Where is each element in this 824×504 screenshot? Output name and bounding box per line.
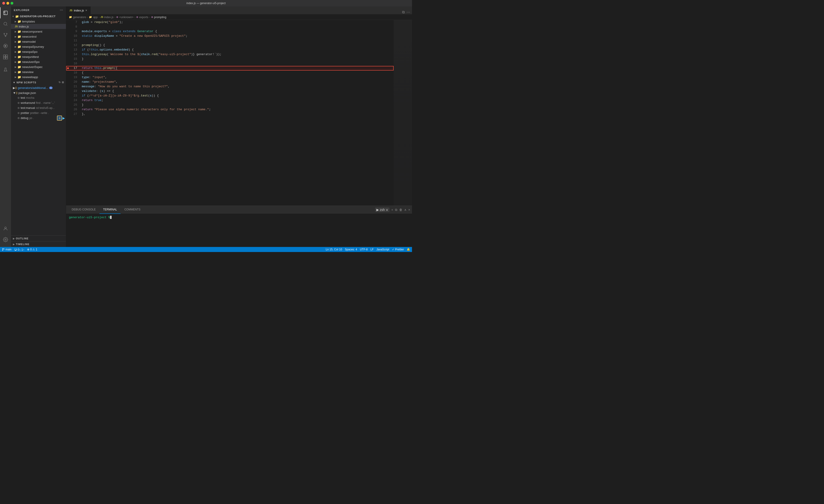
sidebar-item-index-js[interactable]: JS index.js bbox=[11, 24, 66, 29]
panel: DEBUG CONSOLE TERMINAL COMMENTS ▶ zsh ∨ … bbox=[66, 206, 412, 247]
npm-run-icon[interactable]: ▶ bbox=[63, 116, 65, 120]
project-root[interactable]: ▼ 📁 GENERATOR-UI5-PROJECT bbox=[11, 14, 66, 19]
explorer-icon[interactable] bbox=[0, 7, 11, 18]
close-button[interactable] bbox=[2, 2, 5, 5]
activity-bar-bottom bbox=[0, 223, 11, 247]
new-file-icon[interactable]: ⋯ bbox=[60, 8, 63, 12]
sidebar-item-newopa5journey[interactable]: ▶ 📁 newopa5journey bbox=[11, 44, 66, 49]
code-line-8: 8 bbox=[66, 24, 394, 29]
encoding-indicator[interactable]: UTF-8 bbox=[360, 248, 368, 251]
outline-header[interactable]: ▶ OUTLINE bbox=[11, 236, 66, 241]
trash-icon[interactable]: 🗑 bbox=[399, 208, 402, 212]
npm-item-prettier[interactable]: ⚙ prettier prettier --write . bbox=[11, 110, 66, 115]
tab-index-js[interactable]: JS index.js × bbox=[66, 6, 91, 14]
settings-icon[interactable] bbox=[0, 234, 11, 245]
add-terminal-icon[interactable]: + bbox=[391, 208, 393, 212]
minimize-button[interactable] bbox=[6, 2, 9, 5]
templates-caret: ▶ bbox=[15, 20, 16, 23]
formatter-status[interactable]: ✓ Prettier bbox=[392, 248, 404, 251]
project-folder-icon: 📁 bbox=[15, 15, 19, 18]
sync-status[interactable]: 0↓ 1↑ bbox=[14, 248, 24, 251]
explorer-actions: ⋯ bbox=[60, 8, 63, 12]
sidebar-item-templates[interactable]: ▶ 📁 templates bbox=[11, 19, 66, 24]
tab-comments[interactable]: COMMENTS bbox=[121, 206, 144, 214]
sidebar-item-newqunittest[interactable]: ▶ 📁 newqunittest bbox=[11, 54, 66, 59]
templates-folder-icon: 📁 bbox=[17, 20, 21, 23]
npm-scripts-header[interactable]: ▼ NPM SCRIPTS ↻ ⊞ bbox=[11, 80, 66, 85]
outline-caret: ▶ bbox=[13, 237, 15, 240]
breadcrumb-generators[interactable]: generators bbox=[73, 16, 86, 19]
spaces-indicator[interactable]: Spaces: 4 bbox=[345, 248, 357, 251]
shell-type: zsh bbox=[380, 208, 385, 212]
testing-icon[interactable] bbox=[0, 64, 11, 75]
npm-config-icon[interactable]: ⊞ bbox=[62, 81, 64, 84]
npm-item-debug[interactable]: ⚙ debug yo . ⚙ ▶ bbox=[11, 115, 66, 121]
line-ending-indicator[interactable]: LF bbox=[371, 248, 374, 251]
timeline-section: ▶ TIMELINE bbox=[11, 241, 66, 247]
code-line-23: 23 if (/^\d*[a-zA-Z][a-zA-Z0-9]*$/g.test… bbox=[66, 94, 394, 98]
npm-test-cmd: mocha bbox=[26, 96, 34, 99]
error-count[interactable]: ⊗ 0 ⚠ 1 bbox=[27, 248, 37, 251]
npm-refresh-icon[interactable]: ↻ bbox=[59, 81, 61, 84]
tab-label: index.js bbox=[74, 9, 84, 12]
tab-terminal[interactable]: TERMINAL bbox=[99, 206, 121, 214]
explorer-title: EXPLORER bbox=[14, 9, 30, 11]
breadcrumb-exports[interactable]: exports bbox=[139, 16, 148, 19]
svg-rect-0 bbox=[4, 11, 8, 15]
cursor-position[interactable]: Ln 15, Col 10 bbox=[326, 248, 342, 251]
sidebar-item-newmodel[interactable]: ▶ 📁 newmodel bbox=[11, 39, 66, 44]
npm-item-workaround[interactable]: ⚙ workaround find . -name '...' bbox=[11, 100, 66, 105]
newcontrol-folder-icon: 📁 bbox=[17, 35, 21, 38]
maximize-button[interactable] bbox=[11, 2, 13, 5]
sidebar-item-newwebapp[interactable]: ▶ 📁 newwebapp bbox=[11, 75, 66, 80]
project-name: GENERATOR-UI5-PROJECT bbox=[20, 15, 56, 18]
npm-debug-settings-icon[interactable]: ⚙ bbox=[57, 115, 62, 121]
notification-icon[interactable]: 🔔 bbox=[407, 248, 410, 251]
npm-prettier-cmd: prettier --write . bbox=[30, 111, 49, 115]
close-panel-icon[interactable]: × bbox=[408, 208, 410, 212]
svg-point-1 bbox=[4, 22, 7, 25]
tab-close-button[interactable]: × bbox=[85, 9, 87, 12]
npm-item-test[interactable]: ⚙ test mocha bbox=[11, 95, 66, 100]
search-icon[interactable] bbox=[0, 18, 11, 29]
code-line-13: 13 if (!this.options.embedded) { bbox=[66, 47, 394, 52]
sidebar-item-newuiveri5spec[interactable]: ▶ 📁 newuiveri5spec bbox=[11, 64, 66, 69]
code-editor[interactable]: 7 glob = require("glob"); 8 bbox=[66, 20, 412, 206]
timeline-header[interactable]: ▶ TIMELINE bbox=[11, 241, 66, 247]
sidebar-item-newuiveri5po[interactable]: ▶ 📁 newuiveri5po bbox=[11, 59, 66, 64]
main-layout: EXPLORER ⋯ ▼ 📁 GENERATOR-UI5-PROJECT ▶ 📁… bbox=[0, 6, 412, 247]
collapse-panel-icon[interactable]: ∧ bbox=[404, 208, 407, 212]
branch-indicator[interactable]: main bbox=[2, 248, 11, 251]
npm-item-package-json[interactable]: ▼ {} package.json bbox=[11, 90, 66, 95]
breadcrumb-app[interactable]: app bbox=[93, 16, 98, 19]
svg-point-3 bbox=[6, 33, 7, 34]
account-icon[interactable] bbox=[0, 223, 11, 234]
npm-prettier-name: prettier bbox=[21, 111, 29, 115]
npm-item-generators[interactable]: ▶ {} generators/additional... 1 bbox=[11, 85, 66, 90]
sidebar-item-newopa5po[interactable]: ▶ 📁 newopa5po bbox=[11, 49, 66, 54]
run-debug-icon[interactable] bbox=[0, 40, 11, 52]
breadcrumb-unknown[interactable]: <unknown> bbox=[119, 16, 133, 19]
shell-dropdown-icon[interactable]: ∨ bbox=[386, 208, 388, 212]
extensions-icon[interactable] bbox=[0, 52, 11, 63]
code-line-10: 10 static displayName = "Create a new Op… bbox=[66, 34, 394, 38]
more-options-icon[interactable]: ⋯ bbox=[407, 10, 410, 14]
code-line-7: 7 glob = require("glob"); bbox=[66, 20, 394, 24]
code-line-16: 16 bbox=[66, 61, 394, 66]
window-controls bbox=[2, 2, 13, 5]
sidebar-item-newview[interactable]: ▶ 📁 newview bbox=[11, 69, 66, 75]
language-mode[interactable]: JavaScript bbox=[377, 248, 389, 251]
npm-actions: ↻ ⊞ bbox=[59, 81, 64, 84]
code-line-14: 14 this.log(yosay(`Welcome to the ${chal… bbox=[66, 52, 394, 57]
npm-group-icon: {} bbox=[15, 86, 17, 89]
split-terminal-icon[interactable]: ⧉ bbox=[395, 208, 397, 212]
sidebar-item-newcontrol[interactable]: ▶ 📁 newcontrol bbox=[11, 34, 66, 39]
tab-debug-console[interactable]: DEBUG CONSOLE bbox=[68, 206, 99, 214]
editor-area: JS index.js × ⧉ ⋯ 📁 generators › 📁 app ›… bbox=[66, 6, 412, 247]
split-editor-icon[interactable]: ⧉ bbox=[402, 10, 405, 14]
source-control-icon[interactable] bbox=[0, 29, 11, 40]
breadcrumb-prompting[interactable]: prompting bbox=[154, 16, 166, 19]
sidebar-item-newcomponent[interactable]: ▶ 📁 newcomponent bbox=[11, 29, 66, 34]
npm-item-test-manual[interactable]: ⚙ test:manual cd test/ui5-ap... bbox=[11, 105, 66, 110]
breadcrumb-index-js[interactable]: index.js bbox=[104, 16, 114, 19]
